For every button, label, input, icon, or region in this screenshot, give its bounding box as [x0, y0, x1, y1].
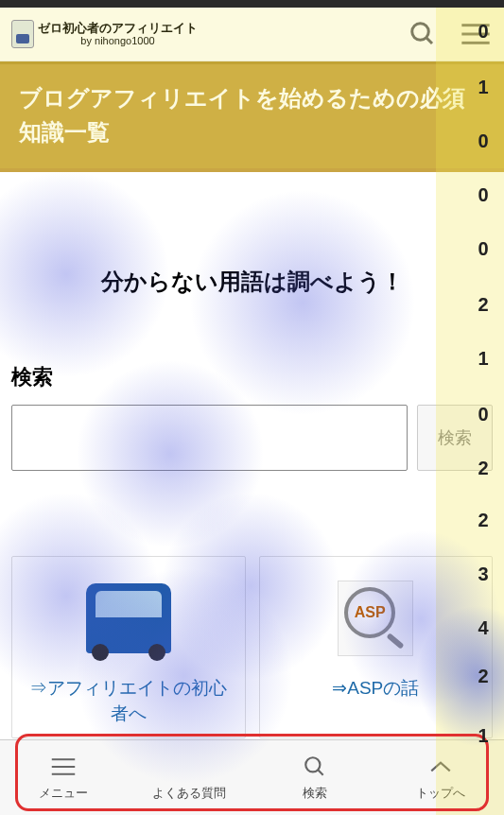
status-bar	[0, 0, 504, 8]
card-grid: ⇒アフィリエイトの初心者へ ASP ⇒ASPの話	[11, 556, 493, 738]
asp-badge: ASP	[344, 587, 395, 638]
nav-menu[interactable]: メニュー	[0, 740, 126, 815]
nav-top[interactable]: トップへ	[378, 740, 504, 815]
header-actions	[406, 17, 493, 51]
search-input[interactable]	[11, 405, 408, 471]
hamburger-menu-icon[interactable]	[459, 17, 493, 51]
nav-label: メニュー	[39, 785, 88, 802]
hamburger-icon	[50, 754, 77, 779]
main-content: 分からない用語は調べよう！ 検索 検索 ⇒アフィリエイトの初心者へ ASP ⇒A…	[0, 172, 504, 738]
card-title: ⇒アフィリエイトの初心者へ	[22, 676, 235, 726]
site-logo[interactable]: ゼロ初心者のアフィリエイト by nihongo1000	[11, 20, 198, 48]
search-icon	[303, 754, 327, 779]
search-form: 検索	[11, 405, 493, 471]
bottom-navigation: メニュー よくある質問 検索 トップへ	[0, 739, 504, 815]
card-image	[22, 576, 235, 661]
svg-line-9	[318, 770, 322, 774]
nav-label: トップへ	[416, 785, 465, 802]
search-label: 検索	[11, 363, 493, 391]
card-asp[interactable]: ASP ⇒ASPの話	[259, 556, 494, 738]
site-subtitle: by nihongo1000	[38, 35, 198, 47]
nav-search[interactable]: 検索	[252, 740, 378, 815]
card-affiliate-beginner[interactable]: ⇒アフィリエイトの初心者へ	[11, 556, 246, 738]
nav-faq[interactable]: よくある質問	[126, 740, 252, 815]
search-icon[interactable]	[406, 17, 440, 51]
site-title-text: ゼロ初心者のアフィリエイト	[38, 21, 198, 35]
site-title: ゼロ初心者のアフィリエイト by nihongo1000	[38, 21, 198, 48]
hero-banner: ブログアフィリエイトを始めるための必須知識一覧	[0, 61, 504, 172]
svg-line-1	[426, 38, 432, 43]
chevron-up-icon	[428, 754, 453, 779]
card-title: ⇒ASPの話	[269, 676, 483, 702]
catch-heading: 分からない用語は調べよう！	[11, 267, 493, 297]
magnifier-illustration-icon: ASP	[338, 581, 413, 656]
nav-label: 検索	[303, 785, 327, 802]
nav-label: よくある質問	[152, 785, 226, 802]
car-illustration-icon	[86, 583, 171, 653]
search-button[interactable]: 検索	[417, 405, 493, 471]
svg-point-8	[305, 757, 320, 772]
logo-badge-icon	[11, 20, 34, 48]
page-title: ブログアフィリエイトを始めるための必須知識一覧	[19, 81, 485, 149]
svg-point-0	[412, 24, 429, 41]
card-image: ASP	[269, 576, 483, 661]
site-header: ゼロ初心者のアフィリエイト by nihongo1000	[0, 8, 504, 61]
